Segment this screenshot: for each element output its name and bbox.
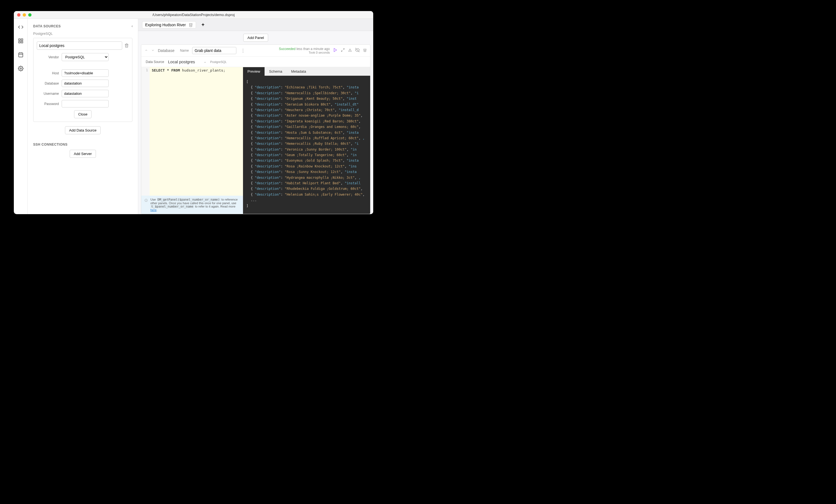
collapse-sidebar-button[interactable] bbox=[131, 24, 134, 29]
svg-rect-1 bbox=[21, 39, 23, 41]
panel-collapse-up[interactable] bbox=[145, 48, 148, 53]
titlebar: /Users/philipeaton/DataStationProjects/d… bbox=[14, 11, 373, 19]
gear-icon[interactable] bbox=[18, 66, 23, 71]
code-editor[interactable]: 1 SELECT * FROM hudson_river_plants; bbox=[141, 67, 243, 196]
svg-marker-9 bbox=[334, 49, 337, 52]
data-source-card: Vendor PostgreSQL Host Database Username bbox=[33, 38, 132, 122]
svg-rect-3 bbox=[19, 41, 20, 43]
add-panel-button[interactable]: Add Panel bbox=[243, 34, 268, 42]
page-tabs: Exploring Hudson River + bbox=[138, 19, 373, 31]
database-input[interactable] bbox=[62, 80, 109, 87]
delete-data-source-button[interactable] bbox=[125, 43, 129, 48]
host-input[interactable] bbox=[62, 69, 109, 77]
panel-name-input[interactable] bbox=[192, 47, 236, 54]
minimize-window-button[interactable] bbox=[23, 13, 26, 17]
password-input[interactable] bbox=[62, 100, 109, 108]
result-tab-preview[interactable]: Preview bbox=[243, 67, 265, 76]
chevron-down-icon: ⌄ bbox=[204, 60, 206, 63]
run-panel-button[interactable] bbox=[333, 48, 338, 53]
database-label: Database bbox=[37, 81, 62, 85]
panel-type-label: Database bbox=[158, 49, 174, 53]
line-number: 1 bbox=[141, 67, 150, 196]
sidebar: DATA SOURCES PostgreSQL Vendor PostgreSQ… bbox=[27, 19, 138, 214]
expand-panel-button[interactable] bbox=[341, 48, 345, 53]
delete-page-tab-button[interactable] bbox=[189, 23, 193, 27]
data-sources-heading: DATA SOURCES bbox=[33, 24, 132, 28]
add-server-button[interactable]: Add Server bbox=[70, 150, 96, 158]
maximize-window-button[interactable] bbox=[28, 13, 32, 17]
code-icon[interactable] bbox=[18, 24, 23, 30]
info-icon: ⓘ bbox=[145, 198, 148, 202]
results-pane: Preview Schema Metadata [{ "description"… bbox=[243, 67, 370, 214]
panel-data-source-vendor: PostgreSQL bbox=[210, 60, 227, 63]
svg-rect-2 bbox=[21, 41, 23, 43]
svg-rect-4 bbox=[19, 53, 23, 57]
svg-rect-0 bbox=[19, 39, 20, 41]
panel-name-label: Name bbox=[180, 49, 189, 53]
result-tabs: Preview Schema Metadata bbox=[243, 67, 370, 76]
result-tab-metadata[interactable]: Metadata bbox=[287, 67, 310, 76]
svg-line-11 bbox=[341, 50, 343, 52]
panel-menu-button[interactable]: ⋮ bbox=[240, 48, 246, 53]
window-controls bbox=[17, 13, 32, 17]
window-title: /Users/philipeaton/DataStationProjects/d… bbox=[152, 13, 235, 17]
hide-panel-button[interactable] bbox=[355, 48, 360, 53]
app-window: /Users/philipeaton/DataStationProjects/d… bbox=[14, 11, 373, 214]
json-preview[interactable]: [{ "description": "Echinacea ;Tiki Torch… bbox=[243, 76, 370, 214]
add-data-source-button[interactable]: Add Data Source bbox=[65, 126, 101, 134]
page-tab-active[interactable]: Exploring Hudson River bbox=[142, 21, 196, 28]
dashboard-icon[interactable] bbox=[18, 38, 23, 44]
password-label: Password bbox=[37, 102, 62, 106]
svg-point-8 bbox=[20, 68, 21, 69]
calendar-icon[interactable] bbox=[18, 52, 23, 57]
download-panel-button[interactable] bbox=[348, 48, 352, 53]
result-tab-schema[interactable]: Schema bbox=[265, 67, 287, 76]
editor-hint: ⓘ Use DM_getPanel($panel_number_or_name)… bbox=[141, 196, 243, 214]
data-source-name-input[interactable] bbox=[37, 41, 122, 50]
delete-panel-button[interactable] bbox=[363, 48, 367, 53]
panel-data-source-select[interactable]: Local postgres bbox=[168, 59, 200, 64]
status-when: less than a minute ago bbox=[296, 47, 330, 51]
database-panel: Database Name ⋮ Succeeded less than a mi… bbox=[141, 44, 370, 214]
page-tab-label: Exploring Hudson River bbox=[145, 23, 186, 27]
username-label: Username bbox=[37, 92, 62, 96]
main-area: Exploring Hudson River + Add Panel Datab… bbox=[138, 19, 373, 214]
username-input[interactable] bbox=[62, 90, 109, 97]
close-window-button[interactable] bbox=[17, 13, 20, 17]
add-page-tab-button[interactable]: + bbox=[202, 22, 205, 27]
panel-collapse-down[interactable] bbox=[151, 48, 154, 53]
ssh-connections-heading: SSH CONNECTIONS bbox=[33, 142, 132, 147]
status-duration: Took 0 seconds bbox=[279, 51, 330, 54]
hint-link[interactable]: here bbox=[150, 208, 156, 212]
close-data-source-button[interactable]: Close bbox=[74, 110, 92, 118]
status-state: Succeeded bbox=[279, 47, 296, 51]
icon-rail bbox=[14, 19, 27, 214]
vendor-select[interactable]: PostgreSQL bbox=[62, 53, 109, 61]
data-source-field-label: Data Source bbox=[146, 60, 164, 64]
data-source-vendor-label: PostgreSQL bbox=[33, 32, 132, 36]
panel-status: Succeeded less than a minute ago Took 0 … bbox=[279, 47, 330, 54]
code-content: SELECT * FROM hudson_river_plants; bbox=[150, 67, 243, 196]
host-label: Host bbox=[37, 71, 62, 75]
svg-line-10 bbox=[343, 49, 344, 50]
vendor-label: Vendor bbox=[37, 55, 62, 59]
